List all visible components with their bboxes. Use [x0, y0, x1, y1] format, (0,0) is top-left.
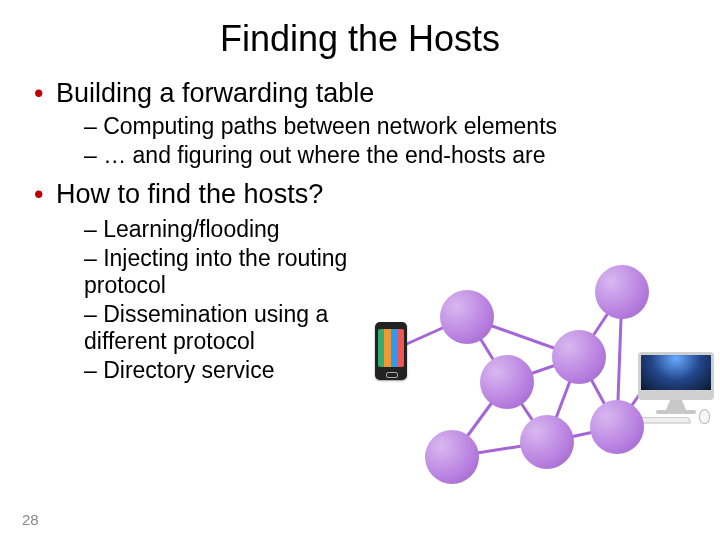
bullet-dot-icon: • — [34, 179, 56, 210]
network-diagram — [370, 260, 720, 520]
bullet-text: How to find the hosts? — [56, 179, 323, 209]
bullet-text: Building a forwarding table — [56, 78, 374, 108]
subbullet-end-hosts: – … and figuring out where the end-hosts… — [84, 142, 692, 169]
smartphone-icon — [375, 322, 407, 380]
subbullet-text: Injecting into the routing protocol — [84, 245, 347, 298]
network-node-icon — [425, 430, 479, 484]
bullet-building-forwarding-table: •Building a forwarding table — [34, 78, 692, 109]
subbullet-text: Learning/flooding — [103, 216, 279, 242]
bullet-how-to-find-hosts: •How to find the hosts? — [34, 179, 692, 210]
subbullet-injecting-routing: – Injecting into the routing protocol — [84, 245, 354, 299]
subbullet-text: Computing paths between network elements — [103, 113, 557, 139]
network-node-icon — [590, 400, 644, 454]
network-node-icon — [552, 330, 606, 384]
subbullet-learning-flooding: – Learning/flooding — [84, 216, 354, 243]
subbullet-text: Dissemination using a different protocol — [84, 301, 328, 354]
network-node-icon — [595, 265, 649, 319]
network-node-icon — [480, 355, 534, 409]
page-number: 28 — [22, 511, 39, 528]
subbullet-computing-paths: – Computing paths between network elemen… — [84, 113, 692, 140]
subbullet-directory-service: – Directory service — [84, 357, 354, 384]
subbullet-text: … and figuring out where the end-hosts a… — [103, 142, 545, 168]
slide-title: Finding the Hosts — [0, 18, 720, 60]
desktop-computer-icon — [638, 352, 714, 422]
bullet-dot-icon: • — [34, 78, 56, 109]
network-node-icon — [440, 290, 494, 344]
network-node-icon — [520, 415, 574, 469]
subbullet-dissemination: – Dissemination using a different protoc… — [84, 301, 354, 355]
subbullet-text: Directory service — [103, 357, 274, 383]
